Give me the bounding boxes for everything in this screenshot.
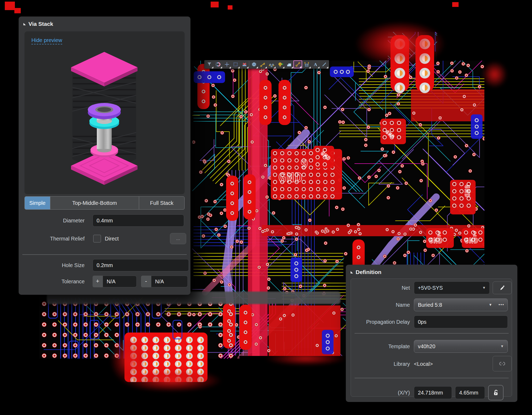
dropdown-corner-icon	[265, 67, 267, 68]
text-icon: A	[313, 62, 318, 67]
svg-text:GND: GND	[464, 237, 479, 245]
dropdown-corner-icon	[326, 67, 328, 68]
name-label: Name	[351, 298, 410, 311]
via-stack-panel: Via Stack Hide preview	[19, 16, 190, 295]
tab-full-stack[interactable]: Full Stack	[139, 197, 184, 209]
net-dropdown[interactable]: +5V0-SYS ▼	[414, 281, 490, 294]
library-link-button[interactable]	[493, 356, 512, 371]
text-string-tool-button[interactable]: A	[311, 60, 320, 68]
crosshair-icon	[224, 62, 230, 67]
collapse-triangle-icon[interactable]	[351, 271, 353, 273]
via-icon	[278, 62, 283, 67]
tolerance-minus-input[interactable]	[151, 276, 188, 287]
xy-lock-button[interactable]	[488, 385, 504, 400]
dropdown-corner-icon	[309, 67, 311, 68]
direct-checkbox-label: Direct	[105, 233, 119, 245]
component-tool-button[interactable]	[250, 60, 258, 68]
template-dropdown[interactable]: v40h20 ▼	[414, 340, 508, 353]
filter-icon	[207, 62, 212, 67]
name-more-button[interactable]: •••	[498, 299, 504, 310]
eyedropper-icon	[499, 285, 505, 291]
dimension-tool-button[interactable]: 10	[302, 60, 311, 68]
library-row: Library <Local>	[351, 358, 512, 370]
library-label: Library	[351, 358, 410, 370]
collapse-triangle-icon[interactable]	[23, 23, 26, 25]
dropdown-corner-icon	[274, 67, 276, 68]
dropdown-corner-icon	[291, 67, 293, 68]
tolerance-plus-prefix: +	[93, 276, 103, 287]
filter-tool-button[interactable]	[205, 60, 214, 68]
dropdown-corner-icon	[256, 67, 258, 68]
dropdown-corner-icon	[282, 67, 284, 68]
template-label: Template	[351, 340, 410, 353]
hole-size-row: Hole Size	[24, 259, 185, 271]
unlock-icon	[492, 389, 500, 396]
via-stack-title: Via Stack	[28, 21, 53, 27]
tab-top-middle-bottom[interactable]: Top-Middle-Bottom	[50, 197, 139, 209]
via-tool-button[interactable]	[276, 60, 285, 68]
net-label: Net	[351, 281, 410, 294]
desktop: 9GNDGNDGND2GND2GNDGND	[0, 0, 532, 415]
thermal-relief-label: Thermal Relief	[24, 233, 85, 245]
thermal-relief-more-button[interactable]: ...	[170, 233, 186, 244]
net-value: +5V0-SYS	[418, 282, 443, 294]
definition-body: Net +5V0-SYS ▼ Name Buried 5:8 ▼ •	[351, 279, 512, 397]
select-area-tool-button[interactable]	[231, 60, 240, 68]
section-divider	[355, 378, 509, 378]
pcb-toolbar: 10 A	[204, 60, 329, 69]
section-divider	[355, 333, 509, 334]
via-3d-preview-illustration	[24, 31, 185, 194]
template-row: Template v40h20 ▼	[351, 340, 512, 353]
meander-tuning-tool-button[interactable]	[267, 60, 276, 68]
polygon-icon	[286, 62, 292, 67]
library-value: <Local>	[414, 358, 433, 370]
magnet-tool-button[interactable]	[214, 60, 222, 68]
tab-simple[interactable]: Simple	[25, 197, 50, 209]
tolerance-plus-input[interactable]	[103, 276, 137, 287]
name-dropdown[interactable]: Buried 5:8 ▼ •••	[414, 298, 508, 311]
measure-tool-button[interactable]	[293, 60, 302, 68]
xy-label: (X/Y)	[351, 386, 410, 399]
propagation-delay-row: Propagation Delay	[351, 316, 512, 328]
tolerance-minus-prefix: -	[141, 276, 151, 287]
section-divider	[22, 254, 187, 255]
diameter-row: Diameter	[24, 214, 185, 227]
link-icon	[499, 360, 506, 367]
thermal-relief-row: Thermal Relief Direct ...	[24, 233, 185, 245]
line-icon	[322, 62, 327, 67]
diameter-input[interactable]	[93, 214, 184, 227]
svg-text:9: 9	[301, 157, 309, 171]
net-row: Net +5V0-SYS ▼	[351, 281, 512, 294]
dimension-icon: 10	[304, 62, 309, 67]
hole-size-input[interactable]	[93, 259, 189, 271]
propagation-delay-label: Propagation Delay	[351, 316, 410, 328]
svg-text:GND: GND	[429, 237, 443, 245]
y-coordinate-input[interactable]	[455, 386, 485, 399]
tolerance-label: Tolerance	[24, 276, 85, 287]
chevron-down-icon: ▼	[500, 340, 504, 352]
x-coordinate-input[interactable]	[414, 386, 452, 399]
dropdown-corner-icon	[247, 67, 248, 68]
direct-checkbox[interactable]	[93, 235, 101, 243]
hole-size-label: Hole Size	[24, 259, 85, 271]
definition-header: Definition	[346, 265, 517, 278]
svg-text:GND: GND	[463, 185, 471, 198]
chip-icon	[251, 62, 257, 67]
footprint-tool-button[interactable]	[240, 60, 249, 68]
propagation-delay-input[interactable]	[414, 316, 508, 328]
line-tool-button[interactable]	[320, 60, 329, 68]
polygon-pour-tool-button[interactable]	[285, 60, 293, 68]
crosshair-tool-button[interactable]	[222, 60, 231, 68]
route-trace-tool-button[interactable]	[258, 60, 267, 68]
chevron-down-icon: ▼	[482, 282, 486, 294]
definition-title: Definition	[356, 269, 381, 275]
net-eyedropper-button[interactable]	[493, 281, 512, 294]
definition-panel: Definition Net +5V0-SYS ▼ Name	[346, 265, 517, 402]
selection-rect-icon	[233, 62, 238, 67]
template-value: v40h20	[418, 340, 435, 352]
tolerance-row: Tolerance + -	[24, 276, 185, 287]
route-icon	[260, 62, 265, 67]
meander-icon	[269, 62, 274, 67]
chevron-down-icon: ▼	[489, 299, 492, 311]
svg-text:10: 10	[305, 64, 308, 66]
